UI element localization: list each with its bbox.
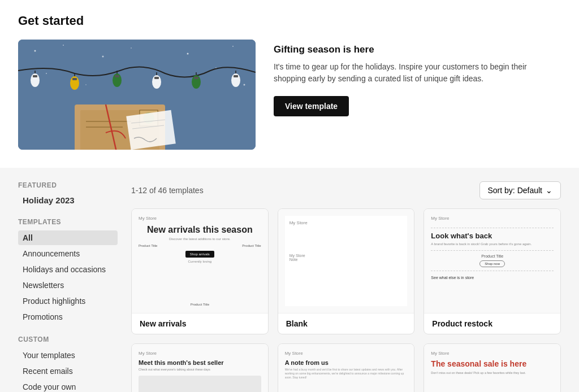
sort-label: Sort by: Default xyxy=(488,186,543,195)
templates-count: 1-12 of 46 templates xyxy=(131,186,204,195)
templates-header: 1-12 of 46 templates Sort by: Default ⌄ xyxy=(131,181,561,199)
featured-label: Featured xyxy=(18,181,118,189)
template-preview-seasonal-sale: My Store The seasonal sale is here Don't… xyxy=(424,344,560,392)
preview-product-row: Product Title Product Title xyxy=(139,244,261,247)
svg-point-9 xyxy=(85,84,87,85)
svg-point-3 xyxy=(102,56,104,58)
svg-point-6 xyxy=(232,46,234,47)
template-card-product-restock[interactable]: My Store Look what's back A brand favori… xyxy=(424,208,561,334)
sidebar-featured-holiday[interactable]: Holiday 2023 xyxy=(18,194,118,207)
template-card-blank[interactable]: My Store My Store Note Blank xyxy=(278,208,415,334)
preview-currently: Currently loving xyxy=(188,260,211,263)
hero-text: Gifting season is here It's time to gear… xyxy=(274,40,561,116)
sort-chevron-icon: ⌄ xyxy=(546,186,552,195)
preview-sub: Discover the latest additions to our sto… xyxy=(169,237,231,241)
template-card-seasonal-sale[interactable]: My Store The seasonal sale is here Don't… xyxy=(424,343,561,392)
svg-rect-16 xyxy=(72,78,77,80)
template-preview-new-arrivals: My Store New arrivals this season Discov… xyxy=(132,209,268,313)
svg-point-5 xyxy=(187,53,189,55)
templates-label: Templates xyxy=(18,218,118,226)
sidebar-item-code-your-own[interactable]: Code your own xyxy=(18,380,118,392)
svg-point-2 xyxy=(63,45,64,46)
svg-rect-28 xyxy=(234,75,238,77)
sidebar-item-product-highlights[interactable]: Product highlights xyxy=(18,294,118,308)
svg-rect-25 xyxy=(194,77,198,79)
sort-button[interactable]: Sort by: Default ⌄ xyxy=(479,181,561,199)
sidebar-item-holidays[interactable]: Holidays and occasions xyxy=(18,262,118,277)
templates-area: 1-12 of 46 templates Sort by: Default ⌄ … xyxy=(131,181,561,392)
preview-cta: Shop arrivals xyxy=(185,251,214,258)
view-template-button[interactable]: View template xyxy=(274,96,349,116)
sidebar-item-promotions[interactable]: Promotions xyxy=(18,310,118,324)
template-preview-note-from-us: My Store A note from us We've had a busy… xyxy=(278,344,414,392)
main-content: Featured Holiday 2023 Templates All Anno… xyxy=(0,168,579,392)
sidebar-templates-section: Templates All Announcements Holidays and… xyxy=(18,218,118,324)
svg-rect-19 xyxy=(115,75,119,77)
preview-blank-container: My Store My Store Note xyxy=(285,216,408,306)
sidebar-custom-section: Custom Your templates Recent emails Code… xyxy=(18,336,118,392)
sidebar-item-announcements[interactable]: Announcements xyxy=(18,246,118,261)
preview-title: New arrivals this season xyxy=(147,224,253,235)
hero-image xyxy=(18,40,256,150)
svg-rect-13 xyxy=(33,75,37,77)
template-preview-product-restock: My Store Look what's back A brand favori… xyxy=(424,209,560,313)
svg-point-4 xyxy=(131,47,132,49)
preview-product-bottom: Product Title xyxy=(191,303,209,306)
template-card-label: Product restock xyxy=(424,313,560,334)
sidebar-item-newsletters[interactable]: Newsletters xyxy=(18,278,118,293)
sidebar: Featured Holiday 2023 Templates All Anno… xyxy=(18,181,131,392)
page-title: Get started xyxy=(18,14,561,28)
templates-grid: My Store New arrivals this season Discov… xyxy=(131,208,561,392)
template-preview-blank: My Store My Store Note xyxy=(278,209,414,313)
sidebar-featured-section: Featured Holiday 2023 xyxy=(18,181,118,207)
svg-point-8 xyxy=(46,73,47,74)
template-card-best-seller[interactable]: My Store Meet this month's best seller C… xyxy=(131,343,269,392)
svg-rect-36 xyxy=(126,110,176,150)
svg-point-1 xyxy=(34,50,36,52)
template-card-new-arrivals[interactable]: My Store New arrivals this season Discov… xyxy=(131,208,269,334)
template-preview-best-seller: My Store Meet this month's best seller C… xyxy=(132,344,268,392)
sidebar-item-all[interactable]: All xyxy=(18,230,118,245)
custom-label: Custom xyxy=(18,336,118,343)
hero-heading: Gifting season is here xyxy=(274,44,561,55)
hero-row: Gifting season is here It's time to gear… xyxy=(18,40,561,150)
sidebar-item-recent-emails[interactable]: Recent emails xyxy=(18,364,118,378)
svg-rect-22 xyxy=(154,77,159,79)
template-card-label: Blank xyxy=(278,313,414,334)
hero-description: It's time to gear up for the holidays. I… xyxy=(274,61,561,85)
sidebar-item-your-templates[interactable]: Your templates xyxy=(18,348,118,363)
svg-point-10 xyxy=(244,84,245,86)
preview-store-name: My Store xyxy=(139,216,157,221)
top-section: Get started xyxy=(0,0,579,168)
template-card-label: New arrivals xyxy=(132,313,268,334)
template-card-note-from-us[interactable]: My Store A note from us We've had a busy… xyxy=(278,343,415,392)
